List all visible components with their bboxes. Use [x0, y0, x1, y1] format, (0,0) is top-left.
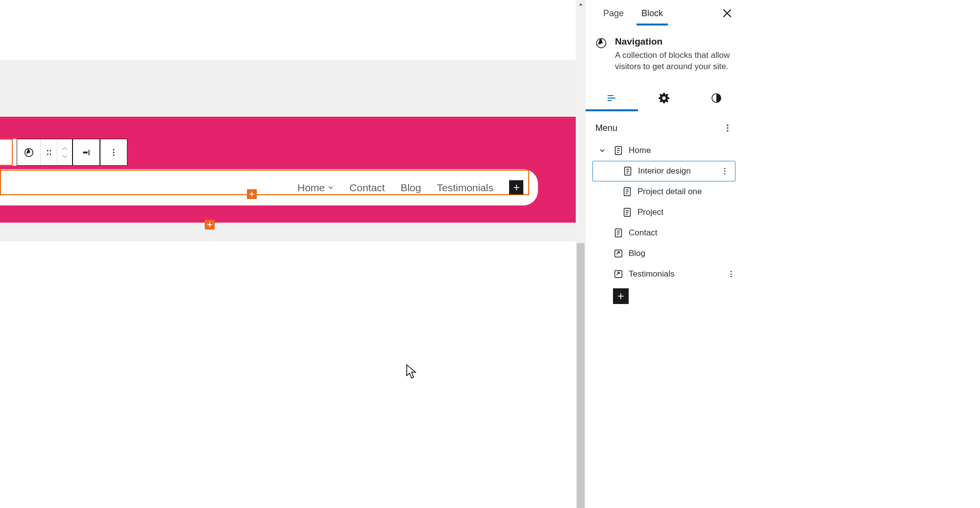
svg-point-4 — [49, 153, 51, 155]
menu-item-label: Testimonials — [629, 269, 722, 279]
nav-link-testimonials[interactable]: Testimonials — [437, 181, 493, 193]
toolbar-group — [73, 139, 100, 166]
menu-item-interior-design[interactable]: Interior design — [592, 161, 735, 181]
editor-canvas[interactable]: Home Contact Blog Testimonials — [0, 0, 576, 508]
tab-label: Block — [641, 8, 663, 18]
menu-section-title: Menu — [595, 123, 617, 133]
page-icon — [613, 228, 624, 238]
block-info-panel: Navigation A collection of blocks that a… — [586, 25, 742, 84]
svg-point-9 — [113, 154, 115, 156]
justify-button[interactable] — [73, 139, 99, 165]
move-buttons — [57, 139, 72, 165]
svg-point-13 — [727, 127, 729, 129]
canvas-scrollbar[interactable] — [576, 0, 586, 508]
menu-options-button[interactable] — [723, 123, 733, 133]
page-icon — [622, 166, 633, 177]
link-icon — [613, 269, 624, 279]
list-view-tab[interactable] — [586, 85, 638, 111]
menu-item-project-detail-one[interactable]: Project detail one — [592, 181, 735, 202]
plus-icon — [206, 221, 213, 228]
menu-item-label: Project detail one — [637, 187, 735, 197]
cursor-icon — [406, 364, 418, 380]
block-type-button[interactable] — [17, 139, 41, 165]
block-options-button[interactable] — [100, 139, 127, 165]
styles-icon — [710, 92, 722, 104]
nav-link-label: Blog — [400, 181, 421, 193]
nav-link-label: Contact — [349, 181, 385, 193]
svg-rect-24 — [615, 271, 622, 278]
navigation-icon — [24, 147, 34, 158]
nav-link-contact[interactable]: Contact — [349, 181, 385, 193]
svg-point-7 — [113, 149, 115, 151]
svg-point-25 — [731, 271, 732, 272]
plus-icon — [512, 182, 521, 192]
svg-point-18 — [724, 171, 725, 172]
page-icon — [613, 145, 624, 156]
svg-point-8 — [113, 152, 115, 153]
svg-point-19 — [724, 173, 725, 174]
page-icon — [622, 207, 633, 218]
scrollbar-thumb[interactable] — [577, 243, 585, 508]
tab-page[interactable]: Page — [594, 1, 633, 25]
menu-item-label: Blog — [629, 249, 735, 258]
svg-point-12 — [727, 125, 729, 126]
nav-link-label: Testimonials — [437, 181, 493, 193]
plus-icon — [248, 191, 255, 198]
more-vertical-icon — [108, 147, 119, 158]
block-inserter-button[interactable] — [205, 220, 215, 229]
toolbar-group — [100, 139, 127, 166]
tab-label: Page — [603, 8, 624, 18]
instagram-icon[interactable] — [523, 250, 536, 265]
nav-link-label: Home — [297, 181, 325, 193]
move-down-button[interactable] — [61, 154, 68, 158]
list-view-icon — [606, 92, 617, 104]
svg-point-14 — [727, 130, 729, 132]
item-options-button[interactable] — [727, 270, 735, 279]
plus-icon — [616, 291, 626, 301]
svg-rect-23 — [615, 250, 622, 257]
chevron-down-icon[interactable] — [598, 147, 606, 154]
block-inserter-button[interactable] — [247, 189, 257, 199]
menu-item-label: Contact — [629, 228, 735, 238]
svg-point-3 — [47, 153, 48, 155]
menu-item-blog[interactable]: Blog — [592, 243, 735, 264]
toolbar-group — [17, 139, 73, 166]
add-menu-item-button[interactable] — [613, 288, 629, 304]
inspector-sub-tabs — [586, 84, 742, 111]
menu-item-label: Project — [637, 207, 735, 217]
settings-tab[interactable] — [638, 85, 690, 111]
chevron-up-icon — [578, 2, 583, 6]
drag-handle-button[interactable] — [41, 139, 57, 165]
menu-item-label: Home — [629, 146, 735, 155]
facebook-icon[interactable] — [480, 250, 492, 265]
block-title: Navigation — [615, 36, 733, 47]
menu-item-contact[interactable]: Contact — [592, 223, 735, 243]
chevron-down-icon — [328, 184, 334, 190]
add-nav-item-button[interactable] — [509, 180, 523, 195]
menu-item-home[interactable]: Home — [592, 140, 735, 161]
inspector-sidebar: Page Block Navigation A collection of bl… — [586, 0, 742, 508]
scroll-up-button[interactable] — [576, 0, 586, 9]
menu-item-project[interactable]: Project — [592, 202, 735, 223]
item-options-button[interactable] — [720, 167, 729, 176]
tab-block[interactable]: Block — [633, 1, 672, 25]
gear-icon — [658, 92, 670, 104]
menu-item-label: Interior design — [638, 166, 715, 176]
nav-link-home[interactable]: Home — [297, 181, 334, 193]
parent-block-button[interactable] — [0, 139, 13, 166]
block-description: A collection of blocks that allow visito… — [615, 50, 733, 73]
svg-rect-6 — [89, 150, 90, 155]
x-twitter-icon[interactable] — [501, 250, 514, 265]
close-inspector-button[interactable] — [721, 7, 734, 20]
move-up-button[interactable] — [61, 147, 68, 151]
page-icon — [622, 186, 633, 197]
nav-link-blog[interactable]: Blog — [400, 181, 421, 193]
navigation-icon — [595, 37, 607, 49]
styles-tab[interactable] — [690, 85, 742, 111]
social-links — [480, 250, 536, 265]
menu-item-testimonials[interactable]: Testimonials — [592, 264, 735, 284]
inspector-tabs: Page Block — [586, 0, 742, 25]
nav-menu: Home Contact Blog Testimonials — [297, 180, 523, 195]
link-icon — [613, 248, 624, 259]
svg-point-27 — [731, 276, 732, 277]
